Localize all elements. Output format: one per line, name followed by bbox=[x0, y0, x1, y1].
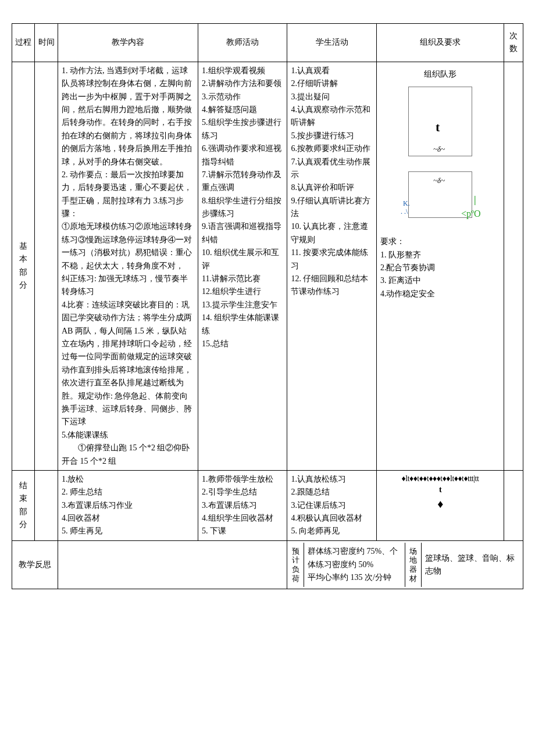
end-process-text: 结 束部分 bbox=[19, 481, 27, 529]
basic-count bbox=[504, 62, 523, 470]
end-process-label: 结 束部分 bbox=[12, 470, 35, 540]
basic-student: 1.认真观看 2.仔细听讲解 3.提出疑问 4.认真观察动作示范和听讲解 5.按… bbox=[287, 62, 376, 470]
load-label: 预计负荷 bbox=[287, 543, 304, 586]
header-content: 教学内容 bbox=[58, 24, 198, 62]
mark-dots: . .\ bbox=[401, 206, 408, 217]
mark-delta-1: ~δ~ bbox=[433, 144, 445, 156]
reflect-label: 教学反思 bbox=[12, 540, 58, 589]
end-symbols-3: ♦ bbox=[377, 496, 504, 512]
end-org: ♦lt♦♦t♦♦t♦♦♦t♦♦lt♦♦t♦ttt|tt t ♦ bbox=[376, 470, 504, 540]
basic-teacher: 1.组织学观看视频 2.讲解动作方法和要领 3.示范动作 4.解答疑惑问题 5.… bbox=[198, 62, 287, 470]
basic-time bbox=[35, 62, 58, 470]
equip-label: 场地器材 bbox=[405, 543, 422, 586]
row-basic: 基 本部分 1. 动作方法, 当遇到对手堵截，运球队员将球控制在身体右侧，左脚向… bbox=[12, 62, 523, 470]
basic-process-text: 基 本部分 bbox=[19, 242, 27, 289]
mark-delta-2: ~δ~ bbox=[433, 175, 445, 187]
end-content: 1.放松 2. 师生总结 3.布置课后练习作业 4.回收器材 5. 师生再见 bbox=[58, 470, 198, 540]
end-student: 1.认真放松练习 2.跟随总结 3.记住课后练习 4.积极认真回收器材 5. 向… bbox=[287, 470, 376, 540]
reflect-content bbox=[58, 540, 287, 589]
header-teacher: 教师活动 bbox=[198, 24, 287, 62]
row-end: 结 束部分 1.放松 2. 师生总结 3.布置课后练习作业 4.回收器材 5. … bbox=[12, 470, 523, 540]
header-student: 学生活动 bbox=[287, 24, 376, 62]
end-time bbox=[35, 470, 58, 540]
equip-text: 篮球场、篮球、音响、标志物 bbox=[422, 543, 523, 586]
mark-green-bar: | bbox=[474, 192, 476, 207]
org-diagram-2: ~δ~ K. . .\ | <pºO bbox=[400, 171, 481, 230]
basic-org: 组织队形 t ~δ~ ~δ~ K. . .\ | <pºO 要求： 1. 队形整… bbox=[376, 62, 504, 470]
org-requirements: 要求： 1. 队形整齐 2.配合节奏协调 3. 距离适中 4.动作稳定安全 bbox=[380, 235, 500, 300]
org-req-text: 1. 队形整齐 2.配合节奏协调 3. 距离适中 4.动作稳定安全 bbox=[380, 250, 436, 298]
end-symbols-2: t bbox=[377, 484, 504, 496]
org-title: 组织队形 bbox=[380, 65, 500, 83]
basic-content: 1. 动作方法, 当遇到对手堵截，运球队员将球控制在身体右侧，左脚向前跨出一步为… bbox=[58, 62, 198, 470]
header-count: 次数 bbox=[504, 24, 523, 62]
header-time: 时间 bbox=[35, 24, 58, 62]
org-req-label: 要求： bbox=[380, 237, 405, 246]
end-count bbox=[504, 470, 523, 540]
row-footer: 教学反思 预计负荷 群体练习密度约 75%、个体练习密度约 50% 平均心率约 … bbox=[12, 540, 523, 589]
header-process: 过程 bbox=[12, 24, 35, 62]
end-teacher: 1.教师带领学生放松 2.引导学生总结 3.布置课后练习 4.组织学生回收器材 … bbox=[198, 470, 287, 540]
header-row: 过程 时间 教学内容 教师活动 学生活动 组织及要求 次数 bbox=[12, 24, 523, 62]
lesson-plan-table: 过程 时间 教学内容 教师活动 学生活动 组织及要求 次数 基 本部分 1. 动… bbox=[12, 23, 523, 589]
header-org: 组织及要求 bbox=[376, 24, 504, 62]
basic-process-label: 基 本部分 bbox=[12, 62, 35, 470]
mark-poo: <pºO bbox=[461, 206, 481, 221]
end-symbols-1: ♦lt♦♦t♦♦t♦♦♦t♦♦lt♦♦t♦ttt|tt bbox=[377, 473, 504, 485]
org-diagram-1: t ~δ~ bbox=[400, 87, 481, 168]
load-text: 群体练习密度约 75%、个体练习密度约 50% 平均心率约 135 次/分钟 bbox=[304, 543, 405, 586]
footer-right-block: 预计负荷 群体练习密度约 75%、个体练习密度约 50% 平均心率约 135 次… bbox=[287, 540, 523, 589]
mark-t-1: t bbox=[436, 117, 440, 137]
